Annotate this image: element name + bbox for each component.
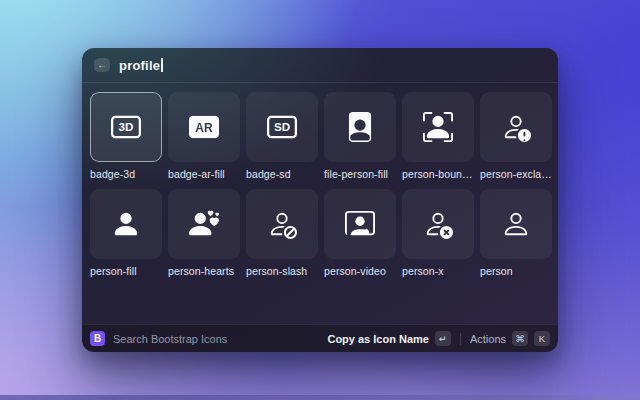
person-fill-icon [111, 209, 141, 239]
person-video-cell[interactable] [324, 189, 396, 259]
person-exclamation-icon [501, 112, 531, 142]
actions-button[interactable]: Actions [470, 333, 506, 345]
grid-item-person-video: person-video [324, 189, 396, 277]
icon-label: person-slash [246, 265, 318, 277]
person-fill-cell[interactable] [90, 189, 162, 259]
person-bounding-box-cell[interactable] [402, 92, 474, 162]
return-keycap-icon: ↵ [435, 331, 451, 346]
icon-label: person-bounding-box [402, 168, 474, 180]
person-hearts-cell[interactable] [168, 189, 240, 259]
grid-item-person-fill: person-fill [90, 189, 162, 277]
icon-label: person-exclamation [480, 168, 552, 180]
footer-actions: Copy as Icon Name ↵ Actions ⌘ K [327, 331, 550, 346]
file-person-fill-icon [345, 112, 375, 142]
person-x-cell[interactable] [402, 189, 474, 259]
person-x-icon [423, 209, 453, 239]
icon-search-window: ← profile 3D badge-3d AR badge-ar-fill S… [82, 48, 558, 352]
person-bounding-box-icon [423, 112, 453, 142]
file-person-fill-cell[interactable] [324, 92, 396, 162]
grid-item-badge-ar-fill: AR badge-ar-fill [168, 92, 240, 180]
icon-label: person-fill [90, 265, 162, 277]
grid-item-person-x: person-x [402, 189, 474, 277]
svg-text:3D: 3D [119, 120, 134, 133]
person-hearts-icon [189, 209, 219, 239]
wallpaper-bottom-edge [0, 395, 640, 400]
person-exclamation-cell[interactable] [480, 92, 552, 162]
icon-label: badge-ar-fill [168, 168, 240, 180]
badge-ar-fill-icon: AR [189, 112, 219, 142]
badge-ar-fill-cell[interactable]: AR [168, 92, 240, 162]
grid-item-person: person [480, 189, 552, 277]
grid-item-person-hearts: person-hearts [168, 189, 240, 277]
icon-label: badge-3d [90, 168, 162, 180]
back-arrow-icon: ← [97, 60, 107, 70]
search-query-text: profile [119, 58, 160, 73]
icon-label: person-x [402, 265, 474, 277]
badge-sd-icon: SD [267, 112, 297, 142]
person-slash-cell[interactable] [246, 189, 318, 259]
footer-bar: B Search Bootstrap Icons Copy as Icon Na… [82, 324, 558, 352]
cmd-keycap-icon: ⌘ [512, 331, 528, 346]
badge-3d-icon: 3D [111, 112, 141, 142]
icon-label: badge-sd [246, 168, 318, 180]
footer-app-label: Search Bootstrap Icons [113, 333, 227, 345]
person-video-icon [345, 209, 375, 239]
text-caret [161, 58, 163, 72]
icon-label: person-video [324, 265, 396, 277]
grid-item-file-person-fill: file-person-fill [324, 92, 396, 180]
k-keycap-icon: K [534, 331, 550, 346]
bootstrap-logo-icon: B [90, 331, 105, 346]
grid-item-person-exclamation: person-exclamation [480, 92, 552, 180]
grid-item-badge-sd: SD badge-sd [246, 92, 318, 180]
svg-text:SD: SD [274, 120, 290, 133]
search-input[interactable]: profile [119, 58, 163, 73]
grid-item-person-bounding-box: person-bounding-box [402, 92, 474, 180]
icon-label: person [480, 265, 552, 277]
back-button[interactable]: ← [94, 58, 110, 72]
copy-as-icon-name-button[interactable]: Copy as Icon Name [327, 333, 428, 345]
footer-divider [460, 333, 461, 345]
person-slash-icon [267, 209, 297, 239]
person-icon [501, 209, 531, 239]
badge-sd-cell[interactable]: SD [246, 92, 318, 162]
grid-item-badge-3d: 3D badge-3d [90, 92, 162, 180]
icon-label: person-hearts [168, 265, 240, 277]
person-cell[interactable] [480, 189, 552, 259]
icon-grid: 3D badge-3d AR badge-ar-fill SD badge-sd… [82, 83, 558, 324]
icon-label: file-person-fill [324, 168, 396, 180]
search-bar: ← profile [82, 48, 558, 83]
grid-item-person-slash: person-slash [246, 189, 318, 277]
badge-3d-cell[interactable]: 3D [90, 92, 162, 162]
